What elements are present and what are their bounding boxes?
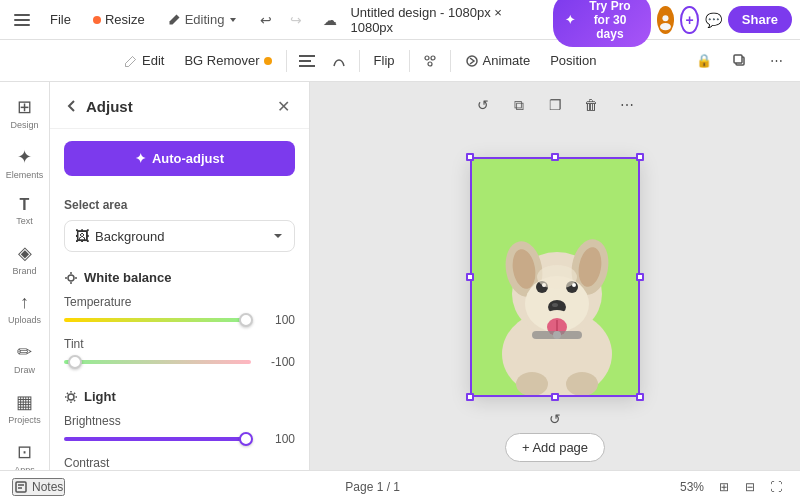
temperature-thumb[interactable] bbox=[239, 313, 253, 327]
position-button[interactable]: Position bbox=[540, 48, 606, 73]
animate-button[interactable]: Animate bbox=[455, 48, 541, 73]
top-bar: File Resize Editing ↩ ↪ ☁ Untitled desig… bbox=[0, 0, 800, 40]
redo-button[interactable]: ↪ bbox=[282, 6, 310, 34]
dog-image bbox=[472, 159, 640, 397]
bg-remover-dot bbox=[264, 57, 272, 65]
sidebar-label-elements: Elements bbox=[6, 170, 44, 180]
fullscreen-button[interactable]: ⛶ bbox=[764, 475, 788, 499]
sidebar-item-elements[interactable]: ✦ Elements bbox=[3, 140, 47, 186]
bg-remover-button[interactable]: BG Remover bbox=[174, 48, 281, 73]
resize-handle-tm[interactable] bbox=[551, 153, 559, 161]
edit-button[interactable]: Edit bbox=[114, 48, 174, 73]
resize-handle-br[interactable] bbox=[636, 393, 644, 401]
resize-handle-ml[interactable] bbox=[466, 273, 474, 281]
contrast-label-row: Contrast bbox=[64, 456, 295, 470]
temperature-slider-row: Temperature 100 bbox=[64, 295, 295, 327]
temperature-track[interactable] bbox=[64, 318, 251, 322]
sidebar-item-brand[interactable]: ◈ Brand bbox=[3, 236, 47, 282]
sidebar-item-draw[interactable]: ✏ Draw bbox=[3, 335, 47, 381]
undo-button[interactable]: ↩ bbox=[252, 6, 280, 34]
sidebar-item-apps[interactable]: ⊡ Apps bbox=[3, 435, 47, 470]
white-balance-section: White balance Temperature 100 Tint bbox=[50, 270, 309, 389]
editing-label: Editing bbox=[185, 12, 225, 27]
svg-point-48 bbox=[537, 265, 577, 289]
resize-handle-mr[interactable] bbox=[636, 273, 644, 281]
statusbar-center: Page 1 / 1 bbox=[65, 480, 680, 494]
try-pro-button[interactable]: ✦ Try Pro for 30 days bbox=[553, 0, 652, 47]
sidebar-item-uploads[interactable]: ↑ Uploads bbox=[3, 286, 47, 331]
svg-point-11 bbox=[428, 62, 432, 66]
file-menu-button[interactable]: File bbox=[42, 8, 79, 31]
canvas-delete-button[interactable]: 🗑 bbox=[576, 90, 606, 120]
temperature-label: Temperature bbox=[64, 295, 131, 309]
select-area-dropdown[interactable]: 🖼 Background bbox=[64, 220, 295, 252]
sidebar-item-projects[interactable]: ▦ Projects bbox=[3, 385, 47, 431]
canvas-duplicate-button[interactable]: ❐ bbox=[540, 90, 570, 120]
more-options-button[interactable]: ⋯ bbox=[760, 45, 792, 77]
svg-rect-2 bbox=[14, 24, 30, 26]
fit-view-button[interactable]: ⊟ bbox=[738, 475, 762, 499]
resize-dot bbox=[93, 16, 101, 24]
svg-rect-51 bbox=[16, 482, 26, 492]
resize-button[interactable]: Resize bbox=[85, 8, 153, 31]
brightness-track[interactable] bbox=[64, 437, 251, 441]
tint-thumb[interactable] bbox=[68, 355, 82, 369]
align-left-button[interactable] bbox=[291, 45, 323, 77]
panel-close-button[interactable]: ✕ bbox=[271, 94, 295, 118]
avatar[interactable] bbox=[657, 6, 674, 34]
resize-handle-tl[interactable] bbox=[466, 153, 474, 161]
svg-line-27 bbox=[74, 392, 75, 393]
text-icon: T bbox=[20, 196, 30, 214]
rotate-handle[interactable]: ↺ bbox=[549, 411, 561, 427]
tint-label-row: Tint bbox=[64, 337, 295, 351]
panel-back-button[interactable]: Adjust bbox=[64, 98, 133, 115]
sidebar-item-design[interactable]: ⊞ Design bbox=[3, 90, 47, 136]
elements-icon: ✦ bbox=[17, 146, 32, 168]
status-bar: Notes Page 1 / 1 53% ⊞ ⊟ ⛶ bbox=[0, 470, 800, 502]
statusbar-right: 53% ⊞ ⊟ ⛶ bbox=[680, 475, 788, 499]
canvas-frame[interactable] bbox=[470, 157, 640, 397]
notes-icon bbox=[14, 480, 28, 494]
canvas-more-button[interactable]: ⋯ bbox=[612, 90, 642, 120]
resize-handle-tr[interactable] bbox=[636, 153, 644, 161]
temperature-slider-container: 100 bbox=[64, 313, 295, 327]
canvas-frame-wrapper: ↺ bbox=[470, 157, 640, 397]
sidebar-item-text[interactable]: T Text bbox=[3, 190, 47, 232]
sun-icon bbox=[64, 271, 78, 285]
white-balance-header: White balance bbox=[64, 270, 295, 285]
brightness-slider-row: Brightness 100 bbox=[64, 414, 295, 446]
canvas-rotate-button[interactable]: ↺ bbox=[468, 90, 498, 120]
cloud-save-button[interactable]: ☁ bbox=[316, 6, 344, 34]
canvas-bottom: + Add page bbox=[310, 425, 800, 470]
toolbar2-right: 🔒 ⋯ bbox=[688, 45, 792, 77]
tint-track[interactable] bbox=[64, 360, 251, 364]
resize-handle-bl[interactable] bbox=[466, 393, 474, 401]
toolbar2-separator4 bbox=[450, 50, 451, 72]
svg-point-15 bbox=[68, 275, 74, 281]
notes-button[interactable]: Notes bbox=[12, 478, 65, 496]
add-page-button[interactable]: + Add page bbox=[505, 433, 605, 462]
tint-value: -100 bbox=[259, 355, 295, 369]
duplicate-button[interactable] bbox=[724, 45, 756, 77]
canvas-copy-button[interactable]: ⧉ bbox=[504, 90, 534, 120]
effects-button[interactable] bbox=[414, 45, 446, 77]
share-button[interactable]: Share bbox=[728, 6, 792, 33]
flip-button[interactable]: Flip bbox=[364, 48, 405, 73]
edit-label: Edit bbox=[142, 53, 164, 68]
resize-handle-bm[interactable] bbox=[551, 393, 559, 401]
lock-button[interactable]: 🔒 bbox=[688, 45, 720, 77]
chat-button[interactable]: 💬 bbox=[705, 6, 722, 34]
curve-button[interactable] bbox=[323, 45, 355, 77]
grid-view-button[interactable]: ⊞ bbox=[712, 475, 736, 499]
zoom-level: 53% bbox=[680, 480, 704, 494]
add-to-team-button[interactable]: + bbox=[680, 6, 699, 34]
auto-adjust-button[interactable]: ✦ Auto-adjust bbox=[64, 141, 295, 176]
document-title: Untitled design - 1080px × 1080px bbox=[350, 5, 546, 35]
bg-remover-label: BG Remover bbox=[184, 53, 259, 68]
white-balance-label: White balance bbox=[84, 270, 171, 285]
design-icon: ⊞ bbox=[17, 96, 32, 118]
select-area-value: Background bbox=[95, 229, 164, 244]
editing-button[interactable]: Editing bbox=[159, 8, 247, 31]
brightness-thumb[interactable] bbox=[239, 432, 253, 446]
menu-button[interactable] bbox=[8, 6, 36, 34]
